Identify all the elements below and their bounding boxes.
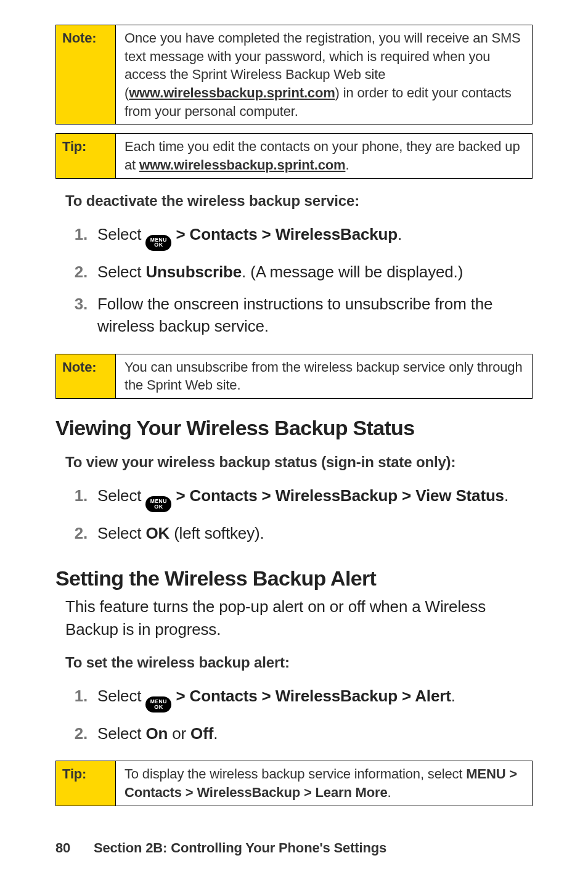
lead-deactivate: To deactivate the wireless backup servic…: [65, 192, 533, 210]
note-body: Once you have completed the registration…: [116, 25, 532, 124]
list-number: 2.: [55, 722, 89, 745]
bold: Off: [190, 724, 213, 743]
menu-ok-icon: MENUOK: [145, 235, 171, 251]
text: You can unsubscribe from the wireless ba…: [125, 359, 522, 393]
text: . (A message will be displayed.): [242, 263, 463, 281]
text: Select: [97, 486, 145, 505]
text: Select: [97, 263, 145, 281]
text: .: [451, 687, 455, 705]
list-item: 1. Select MENUOK > Contacts > WirelessBa…: [55, 480, 533, 517]
bold: Unsubscribe: [145, 263, 242, 281]
note-callout-2: Note: You can unsubscribe from the wirel…: [55, 354, 533, 399]
list-number: 1.: [55, 484, 89, 507]
bold: > Contacts > WirelessBackup > View Statu…: [176, 486, 504, 505]
bold: > Contacts > WirelessBackup: [176, 225, 398, 243]
list-number: 2.: [55, 522, 89, 544]
text: Follow the onscreen instructions to unsu…: [97, 295, 492, 335]
text: (left softkey).: [169, 524, 264, 542]
text: Select: [97, 225, 145, 243]
list-number: 2.: [55, 261, 89, 283]
tip-callout-1: Tip: Each time you edit the contacts on …: [55, 133, 533, 178]
tip-tag: Tip:: [56, 761, 116, 805]
bold: > Contacts > WirelessBackup > Alert: [176, 687, 451, 705]
note-tag: Note:: [56, 25, 116, 124]
text: or: [168, 724, 190, 743]
tip-body: Each time you edit the contacts on your …: [116, 134, 532, 178]
bold: OK: [145, 524, 169, 542]
note-callout-1: Note: Once you have completed the regist…: [55, 25, 533, 125]
menu-ok-icon: MENUOK: [145, 496, 171, 512]
list-deactivate: 1. Select MENUOK > Contacts > WirelessBa…: [55, 218, 533, 343]
list-item: 2. Select OK (left softkey).: [55, 517, 533, 549]
text: Select: [97, 724, 145, 743]
menu-ok-icon: MENUOK: [145, 696, 171, 713]
list-item: 3. Follow the onscreen instructions to u…: [55, 288, 533, 343]
heading-setting: Setting the Wireless Backup Alert: [55, 566, 533, 590]
page-number: 80: [55, 840, 90, 856]
lead-viewstatus: To view your wireless backup status (sig…: [65, 454, 533, 471]
list-viewstatus: 1. Select MENUOK > Contacts > WirelessBa…: [55, 480, 533, 549]
link[interactable]: www.wirelessbackup.sprint.com: [129, 85, 335, 100]
note-body: You can unsubscribe from the wireless ba…: [116, 354, 532, 398]
text: .: [504, 486, 508, 505]
text: Select: [97, 687, 145, 705]
list-setalert: 1. Select MENUOK > Contacts > WirelessBa…: [55, 680, 533, 749]
text: To display the wireless backup service i…: [125, 766, 466, 782]
page-footer: 80 Section 2B: Controlling Your Phone's …: [55, 840, 386, 856]
para-setting-intro: This feature turns the pop-up alert on o…: [65, 595, 533, 640]
lead-setalert: To set the wireless backup alert:: [65, 654, 533, 671]
tip-callout-2: Tip: To display the wireless backup serv…: [55, 761, 533, 806]
link[interactable]: www.wirelessbackup.sprint.com: [139, 157, 345, 173]
text: .: [388, 785, 391, 800]
footer-text: Section 2B: Controlling Your Phone's Set…: [94, 840, 386, 855]
bold: On: [145, 724, 168, 743]
text: Select: [97, 524, 145, 542]
list-number: 1.: [55, 223, 89, 245]
list-item: 2. Select Unsubscribe. (A message will b…: [55, 256, 533, 288]
note-tag: Note:: [56, 354, 116, 398]
tip-body: To display the wireless backup service i…: [116, 761, 532, 805]
tip-tag: Tip:: [56, 134, 116, 178]
list-item: 2. Select On or Off.: [55, 717, 533, 749]
list-number: 1.: [55, 685, 89, 707]
text: .: [213, 724, 218, 743]
list-number: 3.: [55, 293, 89, 315]
list-item: 1. Select MENUOK > Contacts > WirelessBa…: [55, 218, 533, 256]
text: .: [398, 225, 402, 243]
text: .: [345, 157, 349, 173]
list-item: 1. Select MENUOK > Contacts > WirelessBa…: [55, 680, 533, 717]
heading-viewing: Viewing Your Wireless Backup Status: [55, 416, 533, 440]
